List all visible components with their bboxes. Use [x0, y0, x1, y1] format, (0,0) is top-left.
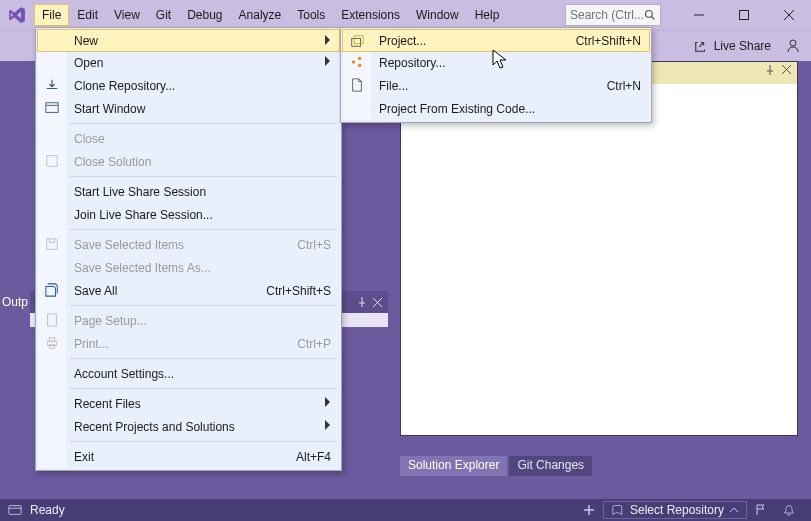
svg-line-1: [652, 17, 655, 20]
project-icon: [349, 33, 365, 49]
menu-recent-projects[interactable]: Recent Projects and Solutions: [38, 415, 339, 438]
pin-icon[interactable]: [357, 297, 367, 307]
minimize-button[interactable]: [676, 0, 721, 30]
menu-save-selected-as-label: Save Selected Items As...: [74, 261, 211, 275]
menu-start-ls-label: Start Live Share Session: [74, 185, 206, 199]
submenu-existing-code[interactable]: Project From Existing Code...: [343, 97, 649, 120]
menu-start-live-share[interactable]: Start Live Share Session: [38, 180, 339, 203]
live-share-button[interactable]: Live Share: [694, 39, 771, 53]
titlebar: File Edit View Git Debug Analyze Tools E…: [0, 0, 811, 30]
svg-rect-23: [354, 36, 363, 44]
search-box[interactable]: [565, 4, 661, 26]
menu-start-window[interactable]: Start Window: [38, 97, 339, 120]
chevron-right-icon: [325, 35, 331, 45]
vs-logo-icon: [0, 0, 34, 30]
submenu-file-label: File...: [379, 79, 408, 93]
shortcut-label: Ctrl+P: [297, 337, 331, 351]
menu-exit[interactable]: Exit Alt+F4: [38, 445, 339, 468]
chevron-right-icon: [325, 420, 331, 430]
search-input[interactable]: [570, 8, 644, 22]
menu-analyze[interactable]: Analyze: [231, 4, 290, 26]
menu-close-solution-label: Close Solution: [74, 155, 151, 169]
menu-start-window-label: Start Window: [74, 102, 145, 116]
repo-sparkle-icon: [349, 54, 365, 70]
source-control-add[interactable]: [575, 504, 603, 516]
menu-print[interactable]: Print... Ctrl+P: [38, 332, 339, 355]
tab-solution-explorer[interactable]: Solution Explorer: [400, 456, 507, 476]
menu-view[interactable]: View: [106, 4, 148, 26]
menu-account-label: Account Settings...: [74, 367, 174, 381]
file-icon: [349, 77, 365, 93]
svg-point-24: [352, 60, 356, 64]
svg-rect-18: [48, 314, 57, 326]
liveshare-icon: [694, 39, 708, 53]
menu-save-selected-as[interactable]: Save Selected Items As...: [38, 256, 339, 279]
select-repository-button[interactable]: Select Repository: [603, 501, 747, 519]
menu-save-all[interactable]: Save All Ctrl+Shift+S: [38, 279, 339, 302]
file-menu-dropdown: New Open Clone Repository... Start Windo…: [35, 27, 342, 471]
close-solution-icon: [44, 153, 60, 169]
close-icon[interactable]: [782, 65, 791, 74]
menu-page-setup[interactable]: Page Setup...: [38, 309, 339, 332]
svg-point-0: [646, 11, 653, 18]
menu-save-selected[interactable]: Save Selected Items Ctrl+S: [38, 233, 339, 256]
submenu-repository-label: Repository...: [379, 56, 445, 70]
save-icon: [44, 236, 60, 252]
feedback-icon[interactable]: [785, 38, 801, 54]
pin-icon[interactable]: [765, 65, 775, 75]
close-button[interactable]: [766, 0, 811, 30]
notifications-button[interactable]: [775, 504, 803, 516]
window-icon: [44, 100, 60, 116]
menu-git[interactable]: Git: [148, 4, 179, 26]
chevron-up-icon: [730, 506, 738, 514]
menu-tools[interactable]: Tools: [289, 4, 333, 26]
error-list-button[interactable]: [747, 504, 775, 516]
svg-rect-3: [739, 11, 748, 20]
menu-file[interactable]: File: [34, 4, 69, 26]
menu-exit-label: Exit: [74, 450, 94, 464]
tab-git-changes[interactable]: Git Changes: [509, 456, 592, 476]
menu-close-solution[interactable]: Close Solution: [38, 150, 339, 173]
menu-open[interactable]: Open: [38, 51, 339, 74]
svg-rect-22: [352, 38, 361, 46]
menu-extensions[interactable]: Extensions: [333, 4, 408, 26]
shortcut-label: Ctrl+Shift+N: [576, 34, 641, 48]
maximize-button[interactable]: [721, 0, 766, 30]
menu-new-label: New: [74, 34, 98, 48]
svg-rect-17: [47, 156, 58, 167]
menu-account-settings[interactable]: Account Settings...: [38, 362, 339, 385]
submenu-project[interactable]: Project... Ctrl+Shift+N: [342, 29, 650, 52]
menu-new[interactable]: New: [37, 29, 340, 52]
menu-close-label: Close: [74, 132, 105, 146]
menu-open-label: Open: [74, 56, 103, 70]
live-share-label: Live Share: [714, 39, 771, 53]
submenu-file[interactable]: File... Ctrl+N: [343, 74, 649, 97]
new-submenu: Project... Ctrl+Shift+N Repository... Fi…: [340, 27, 652, 123]
menu-help[interactable]: Help: [467, 4, 508, 26]
chevron-right-icon: [325, 56, 331, 66]
menu-save-selected-label: Save Selected Items: [74, 238, 184, 252]
shortcut-label: Ctrl+N: [607, 79, 641, 93]
menu-save-all-label: Save All: [74, 284, 117, 298]
menu-recent-projects-label: Recent Projects and Solutions: [74, 420, 235, 434]
menu-close[interactable]: Close: [38, 127, 339, 150]
submenu-repository[interactable]: Repository...: [343, 51, 649, 74]
output-tab-stub: Outp: [0, 291, 30, 313]
bell-icon: [783, 504, 795, 516]
svg-rect-11: [9, 506, 21, 515]
search-icon: [644, 9, 656, 21]
submenu-project-label: Project...: [379, 34, 426, 48]
close-icon[interactable]: [373, 298, 382, 307]
menu-join-live-share[interactable]: Join Live Share Session...: [38, 203, 339, 226]
svg-point-25: [358, 57, 362, 61]
menu-recent-files[interactable]: Recent Files: [38, 392, 339, 415]
menu-edit[interactable]: Edit: [69, 4, 106, 26]
select-repository-label: Select Repository: [630, 503, 724, 517]
flag-icon: [755, 504, 767, 516]
menu-window[interactable]: Window: [408, 4, 467, 26]
menu-debug[interactable]: Debug: [179, 4, 230, 26]
svg-rect-20: [49, 338, 54, 342]
menu-join-ls-label: Join Live Share Session...: [74, 208, 213, 222]
plus-icon: [583, 504, 595, 516]
menu-clone-repository[interactable]: Clone Repository...: [38, 74, 339, 97]
